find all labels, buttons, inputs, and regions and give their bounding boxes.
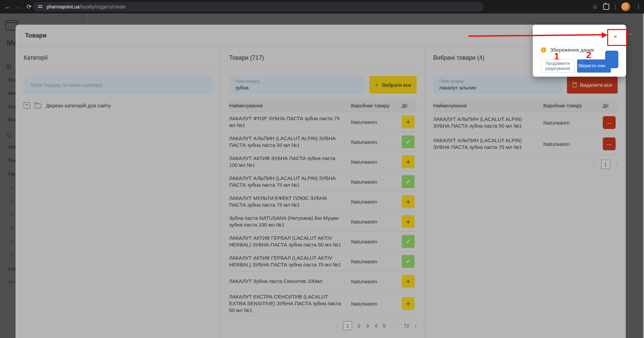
selected-search-value[interactable]: лакалут альпин bbox=[439, 85, 556, 90]
add-product-button[interactable]: + bbox=[402, 115, 415, 128]
table-row: ЛАКАЛУТ АКТИВ ЗУБНА ПАСТА зубна паста 10… bbox=[229, 152, 417, 172]
forward-icon[interactable]: → bbox=[13, 3, 24, 10]
table-row: ЛАКАЛУТ АКТИВ ГЕРБАЛ (LACALUT AKTIV HERB… bbox=[229, 232, 417, 252]
add-product-button[interactable]: + bbox=[402, 155, 415, 168]
minus-icon: — bbox=[607, 120, 612, 125]
header-actions: Дії bbox=[402, 103, 417, 108]
modal-title: Товари bbox=[25, 32, 47, 39]
browser-toolbar: ← → ⟳ pharmapoint.ua/loyalty/triggers/cr… bbox=[0, 0, 644, 14]
remove-product-button[interactable]: — bbox=[603, 116, 616, 129]
table-row: ЛАКАЛУТ Зубна паста Сенситив 100мл Natur… bbox=[229, 271, 417, 291]
check-icon: ✓ bbox=[406, 239, 411, 244]
products-table-header: Найменування Виробник товару Дії bbox=[229, 100, 417, 112]
selected-pagination: ‹ 1 › bbox=[433, 160, 618, 169]
sidebar-item[interactable]: Інст bbox=[7, 279, 15, 284]
product-manufacturer: Naturwaren bbox=[351, 259, 402, 264]
plus-icon: + bbox=[406, 198, 410, 205]
bookmark-star-icon[interactable]: ☆ bbox=[593, 3, 598, 10]
sidebar-subitem[interactable]: П bbox=[11, 239, 15, 244]
categories-title: Категорії bbox=[24, 54, 213, 67]
annotation-number-2: 2 bbox=[586, 50, 591, 60]
extensions-icon[interactable] bbox=[603, 4, 609, 10]
pagination-page[interactable]: 3 bbox=[366, 323, 369, 329]
product-manufacturer: Naturwaren bbox=[351, 139, 402, 145]
product-name: ЛАКАЛУТ АКТИВ ГЕРБАЛ (LACALUT AKTIV HERB… bbox=[229, 235, 351, 248]
pagination-page[interactable]: 72 bbox=[404, 323, 409, 329]
tree-node-label[interactable]: Дерево категорій для сайту bbox=[46, 103, 111, 108]
sidebar-subitem[interactable]: П bbox=[11, 252, 15, 258]
header-manufacturer: Виробник товару bbox=[543, 103, 603, 108]
pagination-next-icon[interactable]: › bbox=[415, 323, 417, 329]
plus-icon: + bbox=[406, 158, 410, 165]
pagination-page[interactable]: 2 bbox=[358, 323, 361, 329]
sidebar-subitem[interactable]: С bbox=[11, 198, 15, 204]
expand-icon[interactable]: + bbox=[24, 102, 30, 109]
product-name: ЛАКАЛУТ Зубна паста Сенситив 100мл bbox=[229, 278, 351, 285]
add-product-button[interactable]: + bbox=[402, 297, 415, 310]
remove-product-button[interactable]: — bbox=[603, 137, 616, 150]
product-manufacturer: Naturwaren bbox=[351, 179, 402, 185]
toolbar-separator: | bbox=[615, 4, 616, 10]
product-manufacturer: Naturwaren bbox=[351, 301, 402, 307]
table-row: ЛАКАЛУТ ФТОР ЗУБНА ПАСТА зубна паста 75 … bbox=[229, 112, 417, 132]
product-search-value[interactable]: зубна bbox=[235, 85, 358, 90]
sidebar-item[interactable]: Імп bbox=[8, 90, 16, 96]
selected-products-column: Вибрані товари (4) Поле пошуку лакалут а… bbox=[425, 47, 626, 338]
product-selected-button[interactable]: ✓ bbox=[402, 175, 415, 188]
product-manufacturer: Naturwaren bbox=[351, 279, 402, 284]
product-name: ЛАКАЛУТ АКТИВ ЗУБНА ПАСТА зубна паста 10… bbox=[229, 155, 351, 168]
browser-menu-icon[interactable]: ⋮ bbox=[636, 3, 641, 10]
category-tree-node[interactable]: + Дерево категорій для сайту bbox=[24, 102, 213, 109]
sidebar-subitem[interactable]: Н bbox=[11, 185, 15, 190]
pagination-prev-icon[interactable]: ‹ bbox=[336, 323, 337, 329]
site-info-icon[interactable] bbox=[38, 5, 43, 9]
search-field-label: Поле пошуку bbox=[439, 79, 556, 84]
selected-search-field[interactable]: Поле пошуку лакалут альпин bbox=[433, 76, 562, 94]
table-row: ЛАКАЛУТ АЛЬПИН (LACALUT ALPIN) ЗУБНА ПАС… bbox=[433, 133, 618, 155]
address-bar[interactable]: pharmapoint.ua/loyalty/triggers/create bbox=[33, 2, 484, 11]
product-manufacturer: Naturwaren bbox=[351, 159, 402, 165]
product-name: Зубна паста NATUSANA (Натусана) Біо Муци… bbox=[229, 215, 351, 228]
product-search-field[interactable]: Поле пошуку зубна bbox=[229, 76, 365, 94]
profile-avatar[interactable] bbox=[621, 2, 630, 11]
add-product-button[interactable]: + bbox=[402, 215, 415, 228]
header-name: Найменування bbox=[433, 103, 543, 108]
product-selected-button[interactable]: ✓ bbox=[402, 135, 415, 148]
category-search-input[interactable] bbox=[30, 82, 208, 88]
category-search-field[interactable] bbox=[24, 76, 213, 94]
url-path: /loyalty/triggers/create bbox=[79, 4, 126, 9]
product-name: ЛАКАЛУТ АЛЬПИН (LACALUT ALPIN) ЗУБНА ПАС… bbox=[229, 135, 351, 149]
product-name: ЛАКАЛУТ АЛЬПИН (LACALUT ALPIN) ЗУБНА ПАС… bbox=[229, 175, 351, 188]
products-pagination: ‹ 1 2 3 4 5 ··· 72 › bbox=[229, 321, 417, 330]
pagination-page[interactable]: 5 bbox=[383, 323, 386, 329]
pagination-prev-icon[interactable]: ‹ bbox=[593, 161, 595, 167]
annotation-number-1: 1 bbox=[554, 51, 559, 62]
select-all-button[interactable]: ✓ Вибрати все bbox=[369, 76, 417, 94]
product-manufacturer: Naturwaren bbox=[543, 141, 603, 147]
warning-icon: ! bbox=[541, 47, 546, 53]
product-manufacturer: Naturwaren bbox=[351, 119, 402, 125]
products-column: Товари (717) Поле пошуку зубна ✓ Вибрати… bbox=[221, 47, 425, 338]
remove-all-button[interactable]: Видалити все bbox=[567, 76, 618, 94]
back-icon[interactable]: ← bbox=[2, 3, 13, 10]
pagination-page[interactable]: 4 bbox=[375, 323, 377, 329]
list-icon: ▤ bbox=[6, 131, 11, 138]
product-name: ЛАКАЛУТ АЛЬПИН (LACALUT ALPIN) ЗУБНА ПАС… bbox=[433, 137, 543, 151]
add-product-button[interactable]: + bbox=[402, 275, 415, 288]
header-manufacturer: Виробник товару bbox=[351, 103, 402, 108]
sidebar-subitem[interactable]: F bbox=[11, 225, 14, 231]
folder-icon bbox=[35, 104, 41, 108]
pagination-page[interactable]: 1 bbox=[343, 321, 352, 330]
trash-icon bbox=[572, 82, 577, 87]
product-selected-button[interactable]: ✓ bbox=[402, 235, 415, 248]
pagination-ellipsis[interactable]: ··· bbox=[391, 323, 398, 329]
sidebar-subitem[interactable]: Т bbox=[11, 212, 14, 217]
pagination-page[interactable]: 1 bbox=[601, 160, 610, 169]
header-actions: Дії bbox=[603, 103, 618, 108]
product-name: ЛАКАЛУТ АКТИВ ГЕРБАЛ (LACALUT AKTIV HERB… bbox=[229, 255, 351, 268]
product-selected-button[interactable]: ✓ bbox=[402, 255, 415, 268]
annotation-arrow-head bbox=[602, 32, 608, 38]
pagination-next-icon[interactable]: › bbox=[616, 161, 618, 167]
add-product-button[interactable]: + bbox=[402, 195, 415, 208]
obscured-save-button[interactable] bbox=[605, 51, 618, 68]
